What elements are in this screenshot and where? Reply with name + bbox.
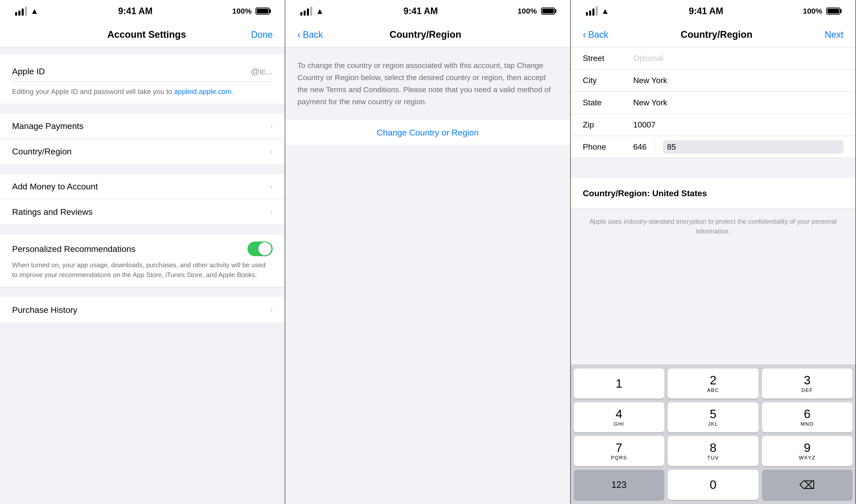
separator-3 xyxy=(0,224,285,234)
wifi-icon-2: ▲ xyxy=(316,6,324,16)
key-4[interactable]: 4 GHI xyxy=(574,402,664,432)
nav-bar-2: ‹ Back Country/Region xyxy=(285,22,570,47)
street-label: Street xyxy=(583,54,633,63)
wifi-icon: ▲ xyxy=(31,6,39,16)
ratings-reviews-label: Ratings and Reviews xyxy=(12,207,92,217)
manage-payments-label: Manage Payments xyxy=(12,121,84,131)
apple-id-desc: Editing your Apple ID and password will … xyxy=(12,82,273,96)
key-7[interactable]: 7 PQRS xyxy=(574,436,664,466)
description-block: To change the country or region associat… xyxy=(285,47,570,120)
apple-id-block: Apple ID @ic... Editing your Apple ID an… xyxy=(0,54,285,104)
change-country-button[interactable]: Change Country or Region xyxy=(285,120,570,145)
key-9[interactable]: 9 WXYZ xyxy=(762,436,853,466)
phone-2: ▲ 9:41 AM 100% ‹ Back Country/Region To … xyxy=(285,0,571,504)
status-time: 9:41 AM xyxy=(118,6,153,16)
purchase-history-label: Purchase History xyxy=(12,305,77,315)
separator-1 xyxy=(0,104,285,113)
address-form: Street Optional City New York State New … xyxy=(571,47,856,158)
key-2[interactable]: 2 ABC xyxy=(668,368,758,399)
purchase-list: Purchase History › xyxy=(0,297,285,322)
battery-icon-3 xyxy=(826,7,840,15)
phone-divider xyxy=(655,141,655,154)
battery-icon xyxy=(255,7,270,15)
country-region-item[interactable]: Country/Region › xyxy=(0,139,285,164)
street-input[interactable]: Optional xyxy=(633,54,663,63)
chevron-icon-4: › xyxy=(270,207,273,217)
apple-id-link[interactable]: appleid.apple.com xyxy=(174,88,231,95)
phone-1: ▲ 9:41 AM 100% Account Settings Done App… xyxy=(0,0,285,504)
wifi-icon-3: ▲ xyxy=(601,6,609,16)
page-title-1: Account Settings xyxy=(107,29,186,40)
add-money-item[interactable]: Add Money to Account › xyxy=(0,174,285,199)
personalized-rec-row: Personalized Recommendations When turned… xyxy=(0,234,285,287)
toggle-desc: When turned on, your app usage, download… xyxy=(12,260,273,280)
delete-key[interactable]: ⌫ xyxy=(762,470,853,500)
battery-percent-2: 100% xyxy=(518,7,537,15)
city-row: City New York xyxy=(571,70,856,92)
key-0[interactable]: 0 xyxy=(668,470,758,500)
payments-list: Manage Payments › Country/Region › xyxy=(0,113,285,164)
signal-icon-3 xyxy=(586,6,598,16)
zip-row: Zip 10007 xyxy=(571,114,856,136)
phone-label: Phone xyxy=(583,142,633,151)
battery-icon-2 xyxy=(541,7,555,15)
nav-bar-1: Account Settings Done xyxy=(0,22,285,47)
apple-id-label: Apple ID xyxy=(12,67,45,76)
page-title-2: Country/Region xyxy=(390,29,461,40)
status-time-3: 9:41 AM xyxy=(689,6,723,16)
chevron-icon-5: › xyxy=(270,305,273,314)
encryption-note: Apple uses industry-standard encryption … xyxy=(571,209,856,244)
ratings-reviews-item[interactable]: Ratings and Reviews › xyxy=(0,199,285,224)
country-region-value: Country/Region: United States xyxy=(571,178,856,209)
battery-percent: 100% xyxy=(232,7,252,15)
phone-3: ▲ 9:41 AM 100% ‹ Back Country/Region Nex… xyxy=(571,0,856,504)
phone-row: Phone 646 85 xyxy=(571,136,856,158)
city-value[interactable]: New York xyxy=(633,76,843,85)
key-6[interactable]: 6 MNO xyxy=(762,402,853,432)
key-123[interactable]: 123 xyxy=(574,470,664,500)
back-chevron-icon-3: ‹ xyxy=(583,29,586,40)
state-value[interactable]: New York xyxy=(633,98,843,107)
done-button[interactable]: Done xyxy=(251,30,273,40)
country-region-label: Country/Region xyxy=(12,147,72,157)
back-button-3[interactable]: ‹ Back xyxy=(583,29,608,40)
status-bar-2: ▲ 9:41 AM 100% xyxy=(285,0,570,22)
zip-value[interactable]: 10007 xyxy=(633,120,843,129)
personalized-rec-toggle[interactable] xyxy=(247,241,273,256)
purchase-history-item[interactable]: Purchase History › xyxy=(0,297,285,322)
toggle-header: Personalized Recommendations xyxy=(12,241,273,256)
key-1[interactable]: 1 xyxy=(574,368,664,399)
signal-icon xyxy=(15,6,27,16)
delete-icon: ⌫ xyxy=(799,479,815,491)
change-country-block: Change Country or Region xyxy=(285,120,570,145)
separator-5 xyxy=(571,158,856,168)
zip-label: Zip xyxy=(583,120,633,129)
key-8[interactable]: 8 TUV xyxy=(668,436,758,466)
apple-id-section: Apple ID @ic... Editing your Apple ID an… xyxy=(0,47,285,104)
phone-area[interactable]: 646 xyxy=(633,142,647,151)
battery-percent-3: 100% xyxy=(803,7,822,15)
manage-payments-item[interactable]: Manage Payments › xyxy=(0,113,285,139)
status-bar-3: ▲ 9:41 AM 100% xyxy=(571,0,856,22)
separator-4 xyxy=(0,287,285,297)
chevron-icon-3: › xyxy=(270,182,273,191)
back-button-2[interactable]: ‹ Back xyxy=(297,29,323,40)
add-money-label: Add Money to Account xyxy=(12,182,98,192)
street-row: Street Optional xyxy=(571,47,856,70)
nav-bar-3: ‹ Back Country/Region Next xyxy=(571,22,856,47)
state-row: State New York xyxy=(571,92,856,114)
keyboard: 1 2 ABC 3 DEF 4 GHI 5 JKL 6 MNO 7 PQRS 8 xyxy=(571,364,856,504)
page-title-3: Country/Region xyxy=(681,29,752,40)
country-region-block: Country/Region: United States xyxy=(571,178,856,209)
description-text: To change the country or region associat… xyxy=(297,61,551,106)
status-bar-1: ▲ 9:41 AM 100% xyxy=(0,0,285,22)
content-1: Apple ID @ic... Editing your Apple ID an… xyxy=(0,47,285,504)
money-list: Add Money to Account › Ratings and Revie… xyxy=(0,174,285,224)
key-3[interactable]: 3 DEF xyxy=(762,368,853,399)
back-chevron-icon: ‹ xyxy=(297,29,301,40)
key-5[interactable]: 5 JKL xyxy=(668,402,758,432)
apple-id-value: @ic... xyxy=(251,67,273,76)
next-button[interactable]: Next xyxy=(825,30,843,40)
phone-number-field[interactable]: 85 xyxy=(663,140,843,154)
separator-2 xyxy=(0,164,285,174)
